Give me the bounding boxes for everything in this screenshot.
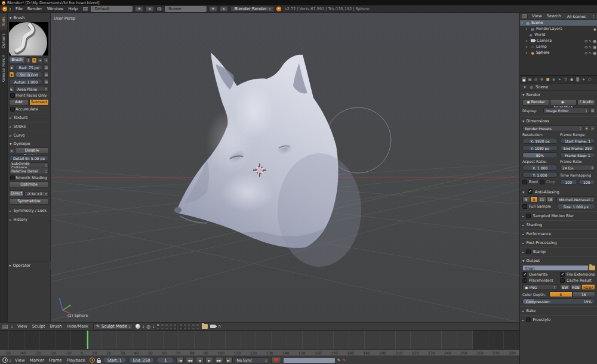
resolution-y-field[interactable]: Y: 1080 px (522, 145, 558, 151)
start-frame-field[interactable]: Start: 1 (103, 357, 127, 363)
tab-physics[interactable]: ○ (587, 76, 592, 82)
unlink-brush-button[interactable]: × (44, 57, 49, 63)
tab-render-layers[interactable]: ▤ (527, 76, 533, 82)
dyntopo-method-dropdown[interactable]: Subdivide Collapse (9, 162, 49, 168)
layer-cell[interactable] (187, 323, 191, 326)
remap-old-field[interactable]: 100 (560, 179, 577, 185)
tab-world[interactable]: ⊕ (539, 76, 544, 82)
layer-cell[interactable] (179, 327, 183, 330)
screen-layout-field[interactable]: Default (91, 6, 133, 12)
plane-icon[interactable]: ◣ (9, 86, 14, 92)
viewport-shading-icon[interactable] (136, 324, 140, 329)
depth-16-button[interactable]: 16 (573, 291, 596, 297)
eye-icon[interactable]: ⊙ (584, 39, 587, 43)
optimize-button[interactable]: Optimize (9, 181, 49, 188)
radius-pressure-icon[interactable]: ▤ (44, 64, 49, 70)
layer-cell[interactable] (165, 323, 168, 326)
stamp-checkbox[interactable] (526, 249, 531, 254)
viewport-menu-item[interactable]: Hide/Mask (64, 324, 91, 329)
outliner-row-renderlayers[interactable]: ▸▤ RenderLayers ◉ (520, 26, 597, 32)
aa-samples-16[interactable]: 16 (546, 196, 555, 202)
lock-interface-icon[interactable]: ▤ (590, 107, 595, 113)
scene-field[interactable]: Scene (165, 6, 207, 12)
screen-layout-icon[interactable] (82, 7, 88, 11)
autosmooth-slider[interactable]: Autos: 1.000 (9, 79, 43, 85)
menu-item[interactable]: File (13, 7, 25, 11)
rgba-button[interactable]: RGBA (581, 284, 595, 290)
history-panel-header[interactable]: History (9, 215, 49, 224)
layer-cell[interactable] (192, 323, 195, 326)
full-sample-checkbox[interactable] (522, 204, 527, 209)
render-opengl-icon[interactable] (202, 324, 208, 329)
layer-cell[interactable] (196, 323, 199, 326)
layer-cell[interactable] (179, 323, 183, 326)
add-preset-button[interactable]: + (584, 125, 589, 131)
sculpt-plane-dropdown[interactable]: Area Plane (15, 86, 49, 92)
outliner-row-sphere[interactable]: ▸● Sphere ⊙ ↖ ▦ (520, 50, 597, 55)
timeline-menu-item[interactable]: View (13, 358, 27, 363)
antialiasing-checkbox[interactable] (528, 189, 533, 194)
tab-data[interactable]: ▽ (563, 76, 568, 82)
overwrite-checkbox[interactable] (522, 272, 527, 277)
compression-slider[interactable]: Compression: 15% (522, 298, 595, 304)
post-processing-panel-header[interactable]: Post Processing (520, 238, 597, 247)
lock-icon[interactable] (97, 360, 101, 363)
play-button[interactable]: ▶ (205, 357, 213, 363)
radius-slider[interactable]: Rad: 75 px (15, 64, 43, 70)
render-opengl-anim-icon[interactable] (210, 325, 216, 328)
outliner-menu-item[interactable]: View (530, 14, 544, 18)
brush-users-count[interactable]: 2 (26, 57, 31, 63)
front-faces-checkbox[interactable] (10, 93, 15, 98)
outliner-row-lamp[interactable]: ▸☉ Lamp ⊙ ↖ ▦ (520, 44, 597, 50)
sync-dropdown[interactable]: No Sync (235, 357, 269, 363)
play-reverse-button[interactable]: ◀ (196, 357, 204, 363)
snap-icon[interactable]: ∩ (218, 324, 221, 329)
placeholders-checkbox[interactable] (522, 278, 527, 283)
tab-material[interactable]: ● (569, 76, 574, 82)
add-brush-button[interactable]: + (38, 57, 43, 63)
tab-options[interactable]: Options (0, 30, 7, 52)
viewport-menu-item[interactable]: Sculpt (30, 324, 48, 329)
subtract-mode-button[interactable]: Subtract (29, 99, 49, 106)
pivot-center-icon[interactable]: ◎ (146, 324, 150, 329)
render-engine-dropdown[interactable]: Blender Render (230, 6, 274, 12)
aa-samples-8[interactable]: 8 (530, 196, 538, 202)
render-button[interactable]: ◉ Render (522, 99, 549, 106)
select-restrict-icon[interactable]: ↖ (589, 45, 592, 49)
eye-icon[interactable]: ⊙ (584, 45, 587, 49)
frame-step-field[interactable]: Frame Step: 1 (560, 152, 595, 158)
select-restrict-icon[interactable]: ↖ (589, 51, 592, 55)
outliner-editor-icon[interactable] (522, 14, 528, 19)
layer-cell[interactable] (183, 323, 187, 326)
output-panel-header[interactable]: Output (520, 256, 597, 264)
freestyle-panel-header[interactable]: Freestyle (520, 315, 597, 324)
tab-tools[interactable]: Tools (0, 13, 7, 30)
symmetrize-direction-dropdown[interactable]: -X to +X (24, 191, 49, 197)
app-menu-icon[interactable] (2, 7, 7, 11)
strength-slider[interactable]: Str: 0.608 (15, 72, 43, 78)
smooth-shading-checkbox[interactable] (10, 175, 15, 180)
rgb-button[interactable]: RGB (570, 284, 581, 290)
layer-cell[interactable] (169, 323, 173, 326)
brush-panel-header[interactable]: Brush (9, 14, 49, 21)
file-extensions-checkbox[interactable] (560, 272, 565, 277)
file-format-dropdown[interactable]: ▣ PNG (522, 284, 558, 290)
dyntopo-panel-header[interactable]: Dyntopo (9, 140, 49, 147)
radius-unit-icon[interactable]: ▪ (9, 64, 14, 70)
detail-type-dropdown[interactable]: Relative Detail (9, 168, 49, 174)
layer-cell[interactable] (192, 327, 195, 330)
resolution-x-field[interactable]: X: 1920 px (522, 138, 558, 144)
scene-icon[interactable] (156, 7, 162, 11)
layer-cell[interactable] (156, 327, 160, 330)
fake-user-button[interactable]: F (32, 57, 37, 63)
aa-samples-5[interactable]: 5 (522, 196, 530, 202)
freestyle-checkbox[interactable] (526, 317, 531, 322)
viewport-menu-item[interactable]: Brush (48, 324, 64, 329)
display-dropdown[interactable]: Image Editor (543, 107, 589, 113)
timeline-tracks[interactable] (0, 330, 519, 349)
autosmooth-pressure-icon[interactable]: ▤ (44, 79, 49, 85)
layer-cell[interactable] (196, 327, 199, 330)
close-layout-button[interactable]: × (146, 6, 154, 12)
stroke-panel-header[interactable]: Stroke (9, 122, 49, 131)
remove-preset-button[interactable]: − (590, 125, 595, 131)
